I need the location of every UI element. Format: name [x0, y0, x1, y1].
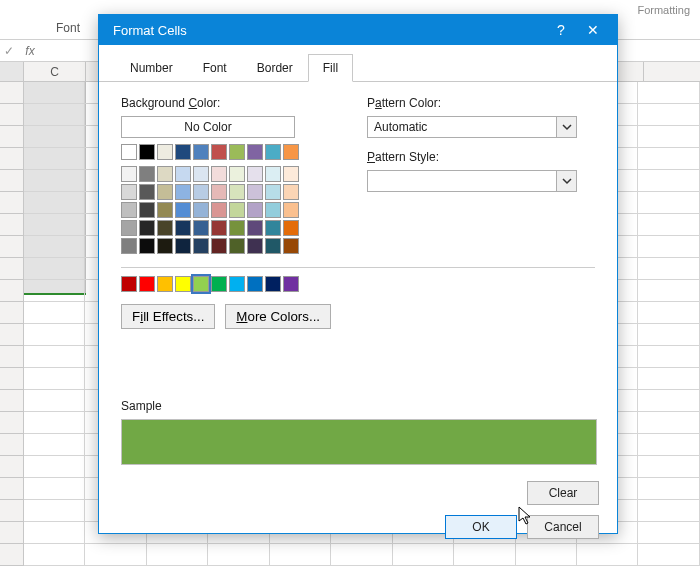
color-swatch[interactable] [283, 184, 299, 200]
color-swatch[interactable] [283, 238, 299, 254]
color-swatch[interactable] [247, 184, 263, 200]
no-color-button[interactable]: No Color [121, 116, 295, 138]
color-swatch[interactable] [229, 166, 245, 182]
color-swatch[interactable] [157, 166, 173, 182]
color-swatch[interactable] [211, 238, 227, 254]
formula-accept-icon[interactable]: ✓ [0, 44, 18, 58]
ribbon-font-group-label: Font [48, 17, 88, 39]
ok-button[interactable]: OK [445, 515, 517, 539]
color-swatch[interactable] [157, 238, 173, 254]
color-swatch[interactable] [283, 220, 299, 236]
color-swatch[interactable] [229, 220, 245, 236]
color-swatch[interactable] [193, 220, 209, 236]
color-swatch[interactable] [139, 184, 155, 200]
color-swatch[interactable] [265, 166, 281, 182]
color-swatch[interactable] [193, 144, 209, 160]
color-swatch[interactable] [247, 276, 263, 292]
dialog-titlebar[interactable]: Format Cells ? ✕ [99, 15, 617, 45]
color-swatch[interactable] [193, 238, 209, 254]
close-button[interactable]: ✕ [577, 15, 609, 45]
sample-label: Sample [121, 399, 595, 413]
pattern-color-combo[interactable]: Automatic [367, 116, 577, 138]
color-swatch[interactable] [283, 276, 299, 292]
sample-preview [121, 419, 597, 465]
color-swatch[interactable] [211, 144, 227, 160]
color-swatch[interactable] [229, 202, 245, 218]
color-swatch[interactable] [121, 220, 137, 236]
color-swatch[interactable] [175, 276, 191, 292]
color-swatch[interactable] [121, 238, 137, 254]
color-swatch[interactable] [229, 238, 245, 254]
color-swatch[interactable] [139, 144, 155, 160]
color-swatch[interactable] [247, 144, 263, 160]
color-swatch[interactable] [139, 238, 155, 254]
color-swatch[interactable] [247, 238, 263, 254]
color-swatch[interactable] [139, 220, 155, 236]
color-swatch[interactable] [229, 276, 245, 292]
chevron-down-icon[interactable] [556, 171, 576, 191]
dialog-tabs: Number Font Border Fill [99, 45, 617, 82]
color-swatch[interactable] [247, 166, 263, 182]
dialog-title: Format Cells [107, 23, 545, 38]
color-swatch[interactable] [283, 166, 299, 182]
color-swatch[interactable] [139, 276, 155, 292]
color-swatch[interactable] [211, 220, 227, 236]
tab-font[interactable]: Font [188, 54, 242, 82]
tab-number[interactable]: Number [115, 54, 188, 82]
color-swatch[interactable] [247, 220, 263, 236]
color-swatch[interactable] [283, 144, 299, 160]
color-swatch[interactable] [193, 166, 209, 182]
color-swatch[interactable] [265, 184, 281, 200]
chevron-down-icon[interactable] [556, 117, 576, 137]
color-swatch[interactable] [157, 202, 173, 218]
color-swatch[interactable] [175, 166, 191, 182]
color-swatch[interactable] [229, 144, 245, 160]
color-swatch[interactable] [121, 144, 137, 160]
color-swatch[interactable] [157, 184, 173, 200]
color-swatch[interactable] [121, 184, 137, 200]
color-swatch[interactable] [265, 220, 281, 236]
color-swatch[interactable] [265, 238, 281, 254]
color-swatch[interactable] [211, 184, 227, 200]
help-button[interactable]: ? [545, 15, 577, 45]
color-swatch[interactable] [193, 276, 209, 292]
color-swatch[interactable] [247, 202, 263, 218]
color-swatch[interactable] [211, 166, 227, 182]
color-swatch[interactable] [121, 276, 137, 292]
tab-border[interactable]: Border [242, 54, 308, 82]
color-swatch[interactable] [139, 202, 155, 218]
pattern-style-label: Pattern Style: [367, 150, 577, 164]
col-header[interactable]: C [24, 62, 86, 81]
color-swatch[interactable] [265, 276, 281, 292]
fx-label[interactable]: fx [18, 44, 42, 58]
color-swatch[interactable] [157, 276, 173, 292]
color-swatch[interactable] [193, 184, 209, 200]
color-swatch[interactable] [193, 202, 209, 218]
ribbon-formatting-label: Formatting [637, 4, 690, 16]
theme-color-grid [121, 166, 301, 254]
more-colors-button[interactable]: More Colors... [225, 304, 331, 329]
cancel-button[interactable]: Cancel [527, 515, 599, 539]
color-swatch[interactable] [175, 184, 191, 200]
color-swatch[interactable] [175, 144, 191, 160]
color-swatch[interactable] [175, 238, 191, 254]
color-swatch[interactable] [157, 144, 173, 160]
clear-button[interactable]: Clear [527, 481, 599, 505]
color-swatch[interactable] [229, 184, 245, 200]
color-swatch[interactable] [175, 202, 191, 218]
color-swatch[interactable] [157, 220, 173, 236]
standard-colors-row [121, 276, 301, 292]
fill-effects-button[interactable]: Fill Effects... [121, 304, 215, 329]
pattern-style-combo[interactable] [367, 170, 577, 192]
color-swatch[interactable] [175, 220, 191, 236]
color-swatch[interactable] [265, 202, 281, 218]
color-swatch[interactable] [211, 202, 227, 218]
format-cells-dialog: Format Cells ? ✕ Number Font Border Fill… [98, 14, 618, 534]
color-swatch[interactable] [265, 144, 281, 160]
color-swatch[interactable] [139, 166, 155, 182]
color-swatch[interactable] [211, 276, 227, 292]
color-swatch[interactable] [121, 202, 137, 218]
color-swatch[interactable] [283, 202, 299, 218]
tab-fill[interactable]: Fill [308, 54, 353, 82]
color-swatch[interactable] [121, 166, 137, 182]
